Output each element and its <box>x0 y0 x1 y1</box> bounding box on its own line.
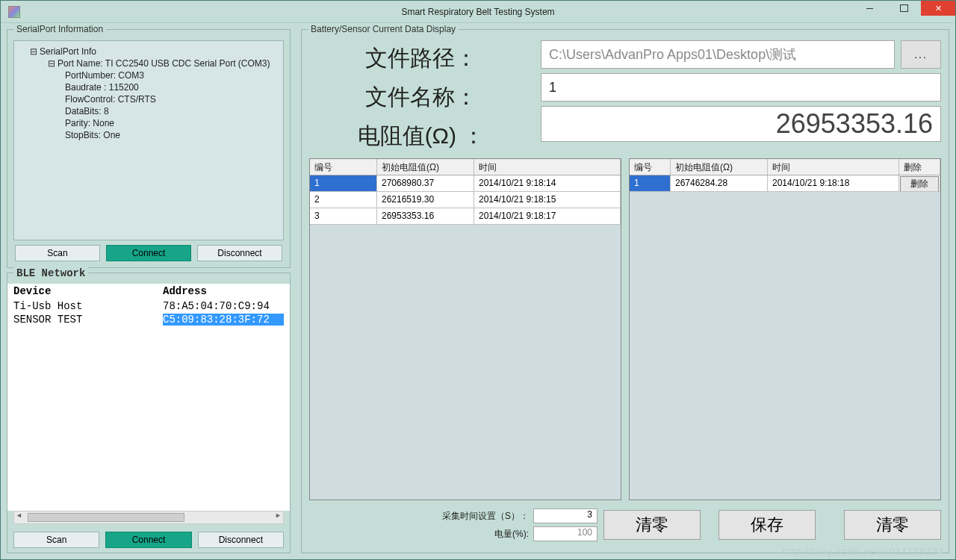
minimize-button[interactable] <box>852 1 887 16</box>
tree-databits[interactable]: DataBits: 8 <box>17 105 280 117</box>
ble-scan-button[interactable]: Scan <box>13 532 99 548</box>
interval-input[interactable]: 3 <box>533 508 598 523</box>
resistance-label: 电阻值(Ω) ： <box>309 118 533 154</box>
serial-connect-button[interactable]: Connect <box>106 245 191 261</box>
table-row[interactable]: 1 26746284.28 2014/10/21 9:18:18 删除 <box>630 175 940 192</box>
th-time[interactable]: 时间 <box>474 159 621 175</box>
file-path-label: 文件路径： <box>309 40 533 76</box>
right-datagrid[interactable]: 编号 初始电阻值(Ω) 时间 删除 1 26746284.28 2014/10/… <box>629 158 941 500</box>
data-display-groupbox: Battery/Sensor Current Data Display 文件路径… <box>301 29 949 553</box>
tree-port-number[interactable]: PortNumber: COM3 <box>17 69 280 81</box>
titlebar: Smart Respiratory Belt Testing System <box>1 1 955 23</box>
battery-label: 电量(%): <box>494 528 529 541</box>
clear-left-button[interactable]: 清零 <box>603 510 701 540</box>
ble-hscrollbar[interactable] <box>13 511 284 524</box>
table-row[interactable]: 3 26953353.16 2014/10/21 9:18:17 <box>310 208 621 225</box>
serial-disconnect-button[interactable]: Disconnect <box>197 245 282 261</box>
tree-root[interactable]: ⊟SerialPort Info <box>17 46 280 57</box>
tree-flowcontrol[interactable]: FlowControl: CTS/RTS <box>17 93 280 105</box>
serial-scan-button[interactable]: Scan <box>15 245 100 261</box>
tree-stopbits[interactable]: StopBits: One <box>17 129 280 141</box>
th-time[interactable]: 时间 <box>768 159 899 175</box>
ble-disconnect-button[interactable]: Disconnect <box>198 532 284 548</box>
th-del[interactable]: 删除 <box>899 159 940 175</box>
tree-parity[interactable]: Parity: None <box>17 117 280 129</box>
collapse-icon[interactable]: ⊟ <box>47 58 56 69</box>
th-num[interactable]: 编号 <box>630 159 671 175</box>
ble-table[interactable]: Device Address Ti-Usb Host 78:A5:04:70:C… <box>7 284 290 511</box>
ble-connect-button[interactable]: Connect <box>105 532 191 548</box>
file-name-input[interactable]: 1 <box>541 73 941 102</box>
file-name-label: 文件名称： <box>309 79 533 115</box>
clear-right-button[interactable]: 清零 <box>844 510 941 540</box>
ble-row[interactable]: SENSOR TEST C5:09:83:28:3F:72 <box>7 313 290 326</box>
serialport-legend: SerialPort Information <box>13 24 106 34</box>
maximize-button[interactable] <box>887 1 921 16</box>
browse-button[interactable]: ... <box>901 40 941 69</box>
ble-row[interactable]: Ti-Usb Host 78:A5:04:70:C9:94 <box>7 299 290 313</box>
table-row[interactable]: 2 26216519.30 2014/10/21 9:18:15 <box>310 192 621 208</box>
delete-row-button[interactable]: 删除 <box>900 176 939 192</box>
table-row[interactable]: 1 27068980.37 2014/10/21 9:18:14 <box>310 175 621 192</box>
resistance-display: 26953353.16 <box>541 106 941 142</box>
ble-legend: BLE Network <box>13 267 88 279</box>
battery-input: 100 <box>533 526 598 541</box>
th-num[interactable]: 编号 <box>310 159 377 175</box>
th-val[interactable]: 初始电阻值(Ω) <box>377 159 474 175</box>
serialport-tree[interactable]: ⊟SerialPort Info ⊟Port Name: TI CC2540 U… <box>13 40 284 240</box>
serialport-groupbox: SerialPort Information ⊟SerialPort Info … <box>7 29 291 268</box>
app-icon <box>8 6 20 18</box>
ble-groupbox: BLE Network Device Address Ti-Usb Host 7… <box>7 273 291 553</box>
collapse-icon[interactable]: ⊟ <box>29 46 38 57</box>
interval-label: 采集时间设置（S）： <box>442 510 529 523</box>
file-path-input[interactable]: C:\Users\AdvanPro Apps01\Desktop\测试 <box>541 40 895 69</box>
tree-port-name[interactable]: ⊟Port Name: TI CC2540 USB CDC Serial Por… <box>17 57 280 69</box>
close-button[interactable] <box>921 1 955 16</box>
ble-header-address: Address <box>163 285 284 297</box>
save-button[interactable]: 保存 <box>718 510 816 540</box>
left-datagrid[interactable]: 编号 初始电阻值(Ω) 时间 1 27068980.37 2014/10/21 … <box>309 158 621 500</box>
window-title: Smart Respiratory Belt Testing System <box>1 7 955 17</box>
th-val[interactable]: 初始电阻值(Ω) <box>671 159 768 175</box>
data-display-legend: Battery/Sensor Current Data Display <box>308 24 459 34</box>
ble-header-device: Device <box>13 285 163 297</box>
tree-baudrate[interactable]: Baudrate : 115200 <box>17 81 280 93</box>
